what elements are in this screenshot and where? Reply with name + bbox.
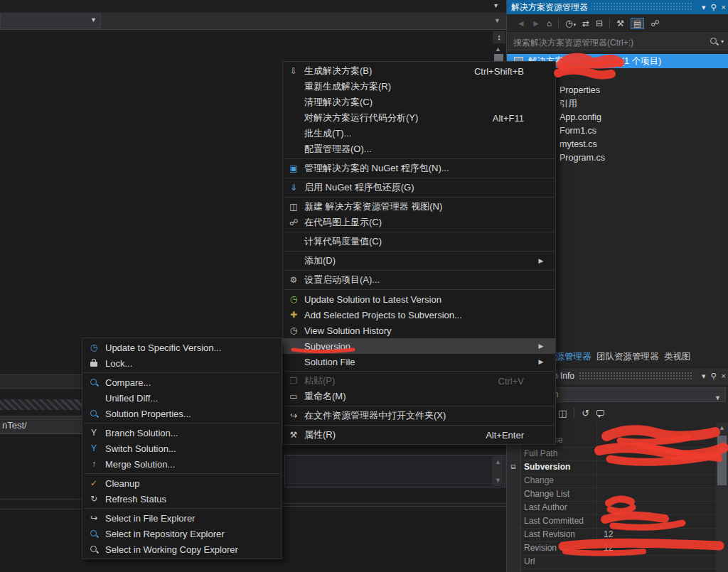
menu-item-10[interactable]: 计算代码度量值(C) [283,234,555,249]
gear-icon: ⚙ [283,276,304,284]
forward-icon[interactable]: ► [532,19,540,28]
scroll-up-icon[interactable]: ▲ [719,424,725,431]
menu-item-5[interactable]: YBranch Solution... [82,425,282,441]
menu-item-label: Refresh Status [105,494,166,504]
close-icon[interactable]: × [722,372,726,380]
menu-item-5[interactable]: 配置管理器(O)... [283,141,555,157]
grid-row-full-path[interactable]: Full Path [507,447,716,461]
tab-team-explorer[interactable]: 团队资源管理器 [596,351,659,364]
show-all-files-icon[interactable]: ▤ [631,18,644,29]
chevron-down-icon[interactable]: ▾ [494,1,498,9]
cleanup-icon: ✓ [82,479,105,487]
message-box: ▲ ▼ [284,455,505,487]
menu-item-17[interactable]: Solution File▶ [283,354,555,369]
history-icon: ↺ [582,408,589,419]
menu-item-6[interactable]: YSwitch Solution... [82,441,282,456]
properties-wrench-icon[interactable]: ⚒ [616,19,624,28]
menu-item-8[interactable]: ✓Cleanup [82,475,282,491]
menu-item-18[interactable]: ❐粘贴(P)Ctrl+V [283,373,555,389]
toolbar-combobox[interactable]: ▼ [0,14,101,28]
menu-item-shortcut: Ctrl+V [498,376,527,387]
grid-row-change[interactable]: Change [507,474,716,488]
menu-item-8[interactable]: ◫新建 解决方案资源管理器 视图(N) [283,199,555,215]
menu-item-label: Lock... [105,358,132,369]
menu-item-12[interactable]: ⚙设置启动项目(A)... [283,272,555,288]
background-strip [0,374,85,389]
menu-item-label: Update to Specific Version... [105,342,221,353]
search-input[interactable]: 搜索解决方案资源管理器(Ctrl+;) [513,37,633,49]
menu-item-15[interactable]: ◷View Solution History [283,323,555,338]
scroll-down-icon[interactable]: ▼ [495,477,501,484]
grid-row-subversion[interactable]: ⊟Subversion [507,460,716,475]
menu-item-1[interactable]: Lock... [82,355,282,371]
menu-item-13[interactable]: ◷Update Solution to Latest Version [283,291,555,307]
refresh-status-icon: ↻ [82,495,105,503]
tree-item-program-cs[interactable]: Program.cs [560,151,605,165]
menu-item-0[interactable]: ◷Update to Specific Version... [82,340,282,355]
chevron-down-icon[interactable]: ▾ [702,372,706,381]
menu-item-7[interactable]: ⇓启用 NuGet 程序包还原(G) [283,180,555,195]
tree-item-properties[interactable]: Properties [560,84,600,97]
scroll-up-icon[interactable]: ▲ [495,45,501,53]
scroll-up-icon[interactable]: ▲ [495,458,501,465]
menu-item-3[interactable]: Unified Diff... [82,390,282,406]
menu-item-4[interactable]: Solution Properties... [82,406,282,421]
menu-item-11[interactable]: 添加(D)▶ [283,253,555,269]
back-icon[interactable]: ◄ [517,19,525,28]
tree-item--[interactable]: 引用 [560,97,577,111]
refresh-icon[interactable]: ⇄ [582,19,589,28]
grid-row-url[interactable]: Url [507,555,716,569]
sync-with-active-document-icon[interactable]: ☍ [651,19,659,28]
grid-scrollbar[interactable]: ▲ [716,423,728,572]
menu-item-2[interactable]: 清理解决方案(C) [283,95,555,110]
menu-item-2[interactable]: Compare... [82,374,282,390]
splitter-handle-icon[interactable]: ↕ [493,31,505,43]
menu-item-1[interactable]: 重新生成解决方案(R) [283,79,555,95]
tab-class-view[interactable]: 类视图 [664,351,691,364]
menu-item-14[interactable]: ✚Add Selected Projects to Subversion... [283,307,555,323]
menu-item-4[interactable]: 批生成(T)... [283,126,555,141]
menu-separator [284,178,554,178]
pin-icon[interactable]: ⚲ [711,372,717,381]
pending-changes-filter-icon[interactable]: ◷▾ [565,19,576,28]
pin-icon[interactable]: ⚲ [711,3,717,12]
tree-item-form1-cs[interactable]: Form1.cs [560,124,596,138]
menu-item-21[interactable]: ⚒属性(R)Alt+Enter [283,427,555,443]
solution-explorer-titlebar[interactable]: 解决方案资源管理器 ▾⚲× [507,0,728,14]
tree-item-app-config[interactable]: App.config [560,111,601,124]
menu-item-16[interactable]: Subversion▶ [283,338,555,354]
solution-context-menu: ⇩生成解决方案(B)Ctrl+Shift+B重新生成解决方案(R)清理解决方案(… [282,61,556,445]
grid-row-last-committed[interactable]: Last Committed [507,514,716,529]
menu-item-10[interactable]: ↪Select in File Explorer [82,510,282,526]
grid-row-change-list[interactable]: Change List [507,487,716,502]
menu-item-12[interactable]: Select in Working Copy Explorer [82,541,282,557]
menu-item-9[interactable]: ☍在代码图上显示(C) [283,215,555,230]
scrollbar-thumb[interactable] [717,436,727,485]
menu-item-20[interactable]: ↪在文件资源管理器中打开文件夹(X) [283,408,555,423]
grid-row-last-revision[interactable]: Last Revision12 [507,528,716,542]
menu-item-11[interactable]: Select in Repository Explorer [82,526,282,541]
close-icon[interactable]: × [722,3,726,11]
chevron-down-icon[interactable]: ▾ [721,38,724,45]
search-icon[interactable] [710,37,719,46]
menu-item-0[interactable]: ⇩生成解决方案(B)Ctrl+Shift+B [283,63,555,79]
menu-item-7[interactable]: ↑Merge Solution... [82,456,282,472]
menu-separator [284,425,554,426]
grid-row-last-author[interactable]: Last Author [507,501,716,515]
file-explorer-icon: ↪ [82,514,105,522]
menu-item-9[interactable]: ↻Refresh Status [82,491,282,507]
home-icon[interactable]: ⌂ [547,19,552,28]
menu-item-19[interactable]: ▭重命名(M) [283,389,555,404]
grid-row-revision[interactable]: Revision12 [507,541,716,556]
nuget-restore-icon: ⇓ [283,183,304,192]
collapse-icon[interactable]: ⊟ [510,463,516,471]
menu-item-6[interactable]: ▣管理解决方案的 NuGet 程序包(N)... [283,161,555,176]
search-box[interactable]: 搜索解决方案资源管理器(Ctrl+;) ▾ [508,34,728,50]
grid-row-label: Url [524,555,535,568]
menu-item-3[interactable]: 对解决方案运行代码分析(Y)Alt+F11 [283,110,555,126]
chevron-down-icon[interactable]: ▾ [702,3,706,12]
menu-item-label: Update Solution to Latest Version [304,294,441,305]
collapse-all-icon[interactable]: ⊟ [596,19,603,28]
tree-item-mytest-cs[interactable]: mytest.cs [560,138,597,151]
toolbar-overflow-icon[interactable]: ▼ [494,17,500,24]
